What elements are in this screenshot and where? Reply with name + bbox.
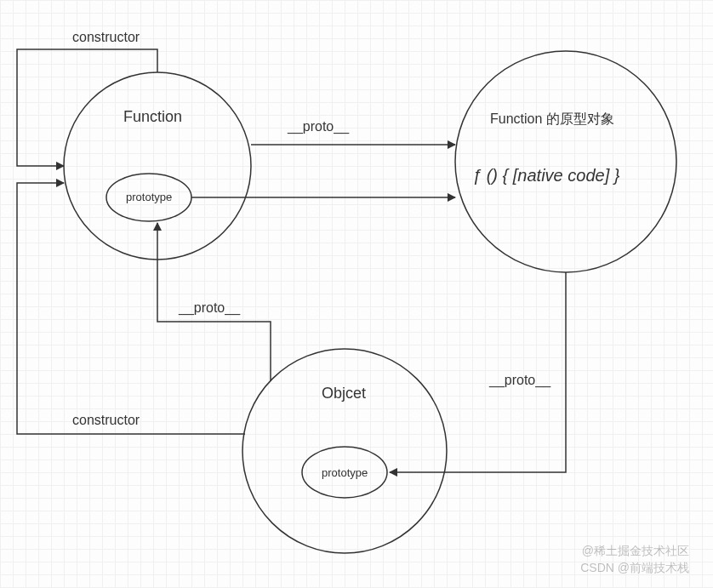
funcproto-label1: Function 的原型对象	[490, 111, 614, 128]
watermark-2: CSDN @前端技术栈	[580, 561, 689, 576]
diagram-canvas	[0, 0, 713, 588]
edge-label-proto-mid: __proto__	[179, 300, 240, 316]
edge-label-proto-right: __proto__	[489, 373, 550, 388]
function-label: Function	[123, 108, 182, 126]
watermark-1: @稀土掘金技术社区	[582, 544, 689, 559]
edge-label-constructor-bottom: constructor	[72, 413, 140, 428]
object-prototype-label: prototype	[322, 466, 368, 479]
funcproto-label2: ƒ () { [native code] }	[472, 166, 619, 186]
edge-label-proto-top: __proto__	[288, 119, 349, 134]
function-proto-object-node	[455, 51, 676, 272]
function-prototype-label: prototype	[126, 191, 172, 203]
object-node	[242, 349, 447, 553]
object-label: Objcet	[322, 385, 366, 402]
edge-label-constructor-top: constructor	[72, 30, 140, 45]
